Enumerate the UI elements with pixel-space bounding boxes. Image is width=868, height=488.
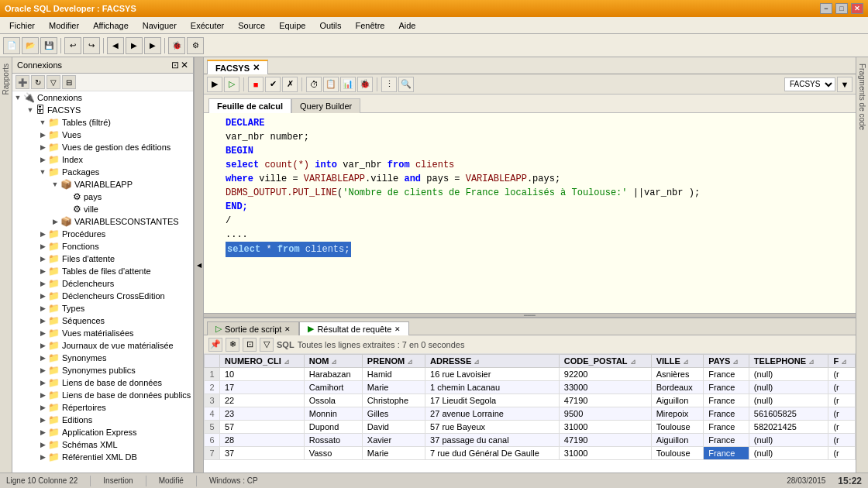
open-btn[interactable]: 📂 bbox=[22, 37, 39, 54]
table-cell[interactable]: Xavier bbox=[362, 434, 425, 447]
panel-collapse-btn[interactable]: ◀ bbox=[195, 57, 204, 473]
table-cell[interactable]: Gilles bbox=[362, 407, 425, 421]
tree-item[interactable]: ▼🗄FACSYS bbox=[12, 104, 193, 116]
table-cell[interactable]: 33000 bbox=[559, 381, 651, 394]
tree-item[interactable]: ▼📦VARIABLEAPP bbox=[12, 178, 193, 191]
menu-source[interactable]: Source bbox=[232, 19, 271, 32]
col-header[interactable]: TELEPHONE⊿ bbox=[749, 355, 828, 368]
table-cell[interactable]: 27 avenue Lorraine bbox=[425, 407, 560, 421]
facsys-tab[interactable]: FACSYS ✕ bbox=[207, 60, 268, 74]
col-header[interactable]: NOM⊿ bbox=[304, 355, 362, 368]
table-cell[interactable]: Rossato bbox=[304, 434, 362, 447]
menu-affichage[interactable]: Affichage bbox=[87, 19, 135, 32]
table-cell[interactable]: 1 chemin Lacanau bbox=[425, 381, 560, 394]
tree-item[interactable]: ▶📦VARIABLESCONSTANTES bbox=[12, 215, 193, 228]
table-cell[interactable]: (null) bbox=[749, 368, 828, 381]
table-cell[interactable]: 92200 bbox=[559, 368, 651, 381]
minimize-button[interactable]: − bbox=[820, 3, 832, 14]
sql-btn[interactable]: ⚙ bbox=[187, 37, 204, 54]
table-cell[interactable]: (r bbox=[828, 394, 856, 407]
table-cell[interactable]: 17 bbox=[220, 381, 305, 394]
table-cell[interactable]: Harabazan bbox=[304, 368, 362, 381]
redo-btn[interactable]: ↪ bbox=[83, 37, 100, 54]
rapports-label[interactable]: Rapports bbox=[2, 57, 10, 101]
table-cell[interactable]: 28 bbox=[220, 434, 305, 447]
nav3-btn[interactable]: ▶ bbox=[144, 37, 161, 54]
tree-item[interactable]: ▶📁Types bbox=[12, 302, 193, 314]
tab-feuille[interactable]: Feuille de calcul bbox=[208, 98, 291, 113]
tree-item[interactable]: ▶📁Vues de gestion des éditions bbox=[12, 141, 193, 153]
table-cell[interactable]: Ossola bbox=[304, 394, 362, 407]
tree-item[interactable]: ▶📁Synonymes publics bbox=[12, 364, 193, 376]
table-cell[interactable]: (r bbox=[828, 381, 856, 394]
tab-sortie[interactable]: ▷ Sortie de script ✕ bbox=[207, 321, 299, 335]
filter-btn[interactable]: ▽ bbox=[46, 75, 60, 89]
tree-item[interactable]: ▶📁Vues bbox=[12, 129, 193, 141]
table-cell[interactable]: Toulouse bbox=[651, 447, 704, 460]
table-cell[interactable]: 582021425 bbox=[749, 421, 828, 434]
table-cell[interactable]: Christophe bbox=[362, 394, 425, 407]
col-header[interactable]: F⊿ bbox=[828, 355, 856, 368]
tree-item[interactable]: ▶📁Application Express bbox=[12, 426, 193, 438]
table-cell[interactable]: 10 bbox=[220, 368, 305, 381]
table-cell[interactable]: 22 bbox=[220, 394, 305, 407]
explain-btn[interactable]: 📋 bbox=[323, 77, 339, 92]
table-cell[interactable]: Camihort bbox=[304, 381, 362, 394]
table-cell[interactable]: France bbox=[704, 421, 749, 434]
search-btn[interactable]: 🔍 bbox=[398, 77, 414, 92]
table-cell[interactable]: 37 bbox=[220, 447, 305, 460]
table-cell[interactable]: Marie bbox=[362, 447, 425, 460]
tree-item[interactable]: ▶📁Séquences bbox=[12, 314, 193, 327]
pin-btn[interactable]: 📌 bbox=[208, 338, 222, 352]
tab-query-builder[interactable]: Query Builder bbox=[291, 98, 360, 113]
tree-item[interactable]: ▶📁Procédures bbox=[12, 228, 193, 240]
table-cell[interactable]: (r bbox=[828, 421, 856, 434]
tree-item[interactable]: ▶📁Liens de base de données bbox=[12, 376, 193, 389]
panel-maximize-icon[interactable]: ⊡ bbox=[171, 60, 179, 70]
table-cell[interactable]: Aiguillon bbox=[651, 434, 704, 447]
table-cell[interactable]: Aiguillon bbox=[651, 394, 704, 407]
tree-item[interactable]: ▶📁Journaux de vue matérialisée bbox=[12, 339, 193, 352]
col-header[interactable]: PAYS⊿ bbox=[704, 355, 749, 368]
table-cell[interactable]: (null) bbox=[749, 381, 828, 394]
table-cell[interactable]: 57 rue Bayeux bbox=[425, 421, 560, 434]
tree-item[interactable]: ▶📁Editions bbox=[12, 414, 193, 426]
detach-btn[interactable]: ⊡ bbox=[243, 338, 257, 352]
table-cell[interactable]: 47190 bbox=[559, 434, 651, 447]
run-script-btn[interactable]: ▷ bbox=[224, 77, 239, 92]
freeze-btn[interactable]: ❄ bbox=[226, 338, 239, 352]
run-btn[interactable]: ▶ bbox=[207, 77, 222, 92]
table-cell[interactable]: 17 Lieudit Segola bbox=[425, 394, 560, 407]
table-cell[interactable]: (r bbox=[828, 447, 856, 460]
fragments-label[interactable]: Fragments de code bbox=[858, 57, 866, 136]
table-cell[interactable]: (r bbox=[828, 368, 856, 381]
col-header[interactable]: CODE_POSTAL⊿ bbox=[559, 355, 651, 368]
collapse-all-btn[interactable]: ⊟ bbox=[62, 75, 76, 89]
schema-combo[interactable]: FACSYS bbox=[784, 77, 835, 91]
menu-aide[interactable]: Aide bbox=[392, 19, 422, 32]
table-cell[interactable]: Mirepoix bbox=[651, 407, 704, 421]
menu-fichier[interactable]: Fichier bbox=[3, 19, 41, 32]
table-cell[interactable]: France bbox=[704, 394, 749, 407]
tree-item[interactable]: ▶📁Vues matérialisées bbox=[12, 327, 193, 339]
menu-fenetre[interactable]: Fenêtre bbox=[350, 19, 391, 32]
panel-close-icon[interactable]: ✕ bbox=[181, 60, 188, 70]
table-cell[interactable]: 561605825 bbox=[749, 407, 828, 421]
table-cell[interactable]: Dupond bbox=[304, 421, 362, 434]
code-editor[interactable]: DECLARE var_nbr number;BEGIN select coun… bbox=[204, 113, 856, 313]
commit-btn[interactable]: ✔ bbox=[265, 77, 281, 92]
table-cell[interactable]: Asnières bbox=[651, 368, 704, 381]
new-btn[interactable]: 📄 bbox=[3, 37, 20, 54]
table-cell[interactable]: Bordeaux bbox=[651, 381, 704, 394]
table-cell[interactable]: 37 passage du canal bbox=[425, 434, 560, 447]
history-btn[interactable]: ⏱ bbox=[306, 77, 322, 92]
menu-equipe[interactable]: Equipe bbox=[273, 19, 312, 32]
tree-item[interactable]: ▶📁Liens de base de données publics bbox=[12, 389, 193, 401]
tree-item[interactable]: ▶📁Schémas XML bbox=[12, 438, 193, 451]
table-cell[interactable]: Marie bbox=[362, 381, 425, 394]
combo-arrow[interactable]: ▼ bbox=[837, 77, 852, 92]
tree-item[interactable]: ▼📁Packages bbox=[12, 166, 193, 178]
table-cell[interactable]: 23 bbox=[220, 407, 305, 421]
menu-executer[interactable]: Exécuter bbox=[184, 19, 230, 32]
maximize-button[interactable]: □ bbox=[835, 3, 848, 14]
